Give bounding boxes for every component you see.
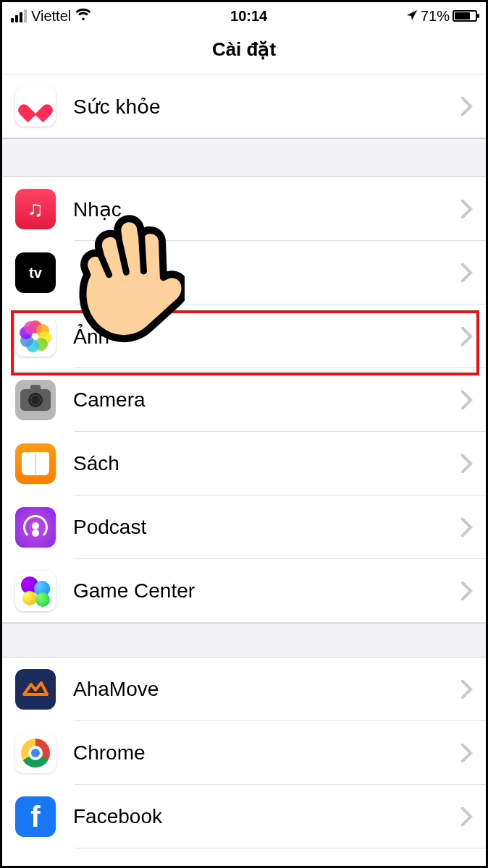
row-health[interactable]: Sức khỏe: [2, 75, 486, 138]
battery-percentage: 71%: [421, 8, 450, 25]
chevron-right-icon: [461, 200, 473, 218]
row-label: Ảnh: [73, 325, 461, 349]
group-separator: [2, 138, 486, 177]
row-podcasts[interactable]: Podcast: [2, 495, 486, 559]
row-ahamove[interactable]: AhaMove: [2, 658, 486, 721]
chevron-right-icon: [461, 518, 473, 537]
row-label: Camera: [73, 388, 461, 412]
row-books[interactable]: Sách: [2, 432, 486, 495]
books-icon: [15, 443, 56, 484]
chevron-right-icon: [461, 97, 473, 116]
health-icon: [15, 86, 56, 127]
music-icon: ♫: [15, 189, 56, 229]
row-facebook[interactable]: f Facebook: [2, 785, 486, 848]
row-label: Chrome: [73, 741, 461, 765]
row-gamecenter[interactable]: Game Center: [2, 559, 486, 623]
row-label: Facebook: [73, 805, 461, 828]
row-camera[interactable]: Camera: [2, 368, 486, 432]
row-music[interactable]: ♫ Nhạc: [2, 177, 486, 241]
row-label: Sách: [73, 452, 461, 475]
row-label: Game Center: [73, 579, 461, 603]
row-tv[interactable]: tv: [2, 241, 486, 305]
chevron-right-icon: [461, 454, 473, 473]
location-icon: [406, 8, 418, 25]
ahamove-icon: [15, 669, 56, 710]
group-separator: [2, 623, 486, 658]
chrome-icon: [15, 733, 56, 773]
status-bar: Viettel 10:14 71%: [2, 2, 486, 30]
cellular-signal-icon: [11, 9, 27, 22]
photos-icon: [15, 316, 56, 357]
row-label: AhaMove: [73, 678, 461, 701]
wifi-icon: [75, 8, 91, 25]
row-label: Podcast: [73, 516, 461, 539]
podcasts-icon: [15, 507, 56, 548]
camera-icon: [15, 380, 56, 420]
row-chrome[interactable]: Chrome: [2, 721, 486, 785]
chevron-right-icon: [461, 807, 473, 826]
carrier-label: Viettel: [31, 8, 71, 25]
gamecenter-icon: [15, 571, 56, 611]
row-photos[interactable]: Ảnh: [2, 305, 486, 368]
chevron-right-icon: [461, 391, 473, 409]
chevron-right-icon: [461, 263, 473, 282]
row-label: Sức khỏe: [73, 95, 461, 119]
chevron-right-icon: [461, 327, 473, 346]
facebook-icon: f: [15, 796, 56, 837]
clock: 10:14: [230, 8, 267, 25]
page-title: Cài đặt: [2, 30, 486, 75]
battery-icon: [453, 10, 477, 22]
row-label: Nhạc: [73, 197, 461, 221]
chevron-right-icon: [461, 582, 473, 600]
chevron-right-icon: [461, 680, 473, 699]
chevron-right-icon: [461, 744, 473, 762]
tv-icon: tv: [15, 252, 56, 293]
